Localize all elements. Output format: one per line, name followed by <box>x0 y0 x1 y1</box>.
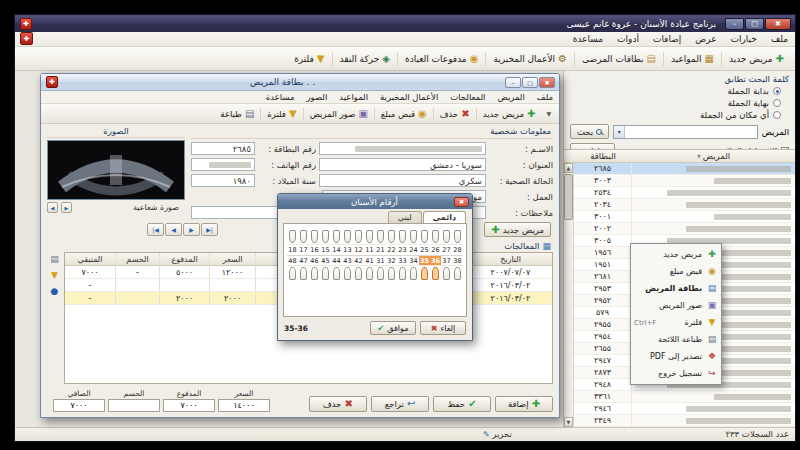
tooth-cell[interactable] <box>331 266 342 284</box>
radio-option[interactable]: أي مكان من الجملة <box>570 110 781 120</box>
address-field[interactable]: سوريا - دمشق <box>319 158 486 171</box>
column-header-paid[interactable]: المدفوع <box>159 253 209 265</box>
tooth-cell[interactable] <box>419 266 430 284</box>
tooth-cell[interactable] <box>342 226 353 244</box>
tooth-number[interactable]: 24 <box>408 245 419 255</box>
chevron-down-icon[interactable] <box>614 126 625 138</box>
tooth-cell[interactable] <box>419 226 430 244</box>
radio-icon[interactable] <box>773 99 781 107</box>
tooth-cell[interactable] <box>287 226 298 244</box>
patient-row[interactable]: ٣٠٠١ <box>574 211 795 223</box>
radio-icon[interactable] <box>773 87 781 95</box>
tooth-number[interactable]: 37 <box>441 256 452 265</box>
tooth-number[interactable]: 34 <box>408 256 419 265</box>
toolbar-button[interactable]: ▤ بطاقات المرضى <box>575 52 664 66</box>
column-header-date[interactable]: التاريخ <box>468 253 552 265</box>
context-menu-item[interactable]: ▼ فلترة Ctrl+F <box>631 314 721 331</box>
menu-item[interactable]: المريض <box>491 91 530 103</box>
patient-row[interactable]: ٢٠٠٢ <box>574 223 795 235</box>
tooth-cell[interactable] <box>408 226 419 244</box>
scroll-up-icon[interactable]: ▲ <box>564 163 573 173</box>
patient-search-combobox[interactable] <box>613 125 757 139</box>
tooth-number[interactable]: 36 <box>430 256 441 265</box>
tooth-number[interactable]: 44 <box>331 256 342 265</box>
person-icon[interactable]: ● <box>51 287 59 296</box>
toolbar-button[interactable]: ▣ صور المريض <box>304 108 375 120</box>
tooth-cell[interactable] <box>353 266 364 284</box>
menu-item[interactable]: إضافات <box>646 32 688 46</box>
tooth-number[interactable]: 38 <box>452 256 463 265</box>
dentition-tab[interactable]: دائمي <box>423 211 466 223</box>
action-button[interactable]: ✔ حفظ <box>433 396 491 412</box>
tooth-number[interactable]: 33 <box>397 256 408 265</box>
tooth-cell[interactable] <box>375 266 386 284</box>
birth-year-field[interactable]: ١٩٨٠ <box>191 174 255 187</box>
tooth-cell[interactable] <box>397 266 408 284</box>
record-nav-button[interactable]: ▶ <box>183 223 200 236</box>
record-nav-button[interactable]: ◀ <box>165 223 182 236</box>
tooth-cell[interactable] <box>309 226 320 244</box>
cancel-button[interactable]: إلغاء <box>420 321 466 335</box>
tooth-cell[interactable] <box>452 266 463 284</box>
column-header-card[interactable]: البطاقة <box>574 150 632 162</box>
tooth-number[interactable]: 13 <box>342 245 353 255</box>
toolbar-button[interactable]: ✚ مريض جديد <box>722 52 791 66</box>
column-header-price[interactable]: السعر <box>209 253 255 265</box>
tooth-cell[interactable] <box>397 226 408 244</box>
patient-row[interactable]: ٣٠٠٣ <box>574 175 795 187</box>
tooth-number[interactable]: 23 <box>397 245 408 255</box>
tooth-number[interactable]: 27 <box>441 245 452 255</box>
menu-item[interactable]: أدوات <box>610 32 646 46</box>
context-menu-item[interactable]: ▤ بطاقة المريض <box>631 280 721 297</box>
tooth-cell[interactable] <box>375 226 386 244</box>
tooth-cell[interactable] <box>386 266 397 284</box>
menu-item[interactable]: مساعدة <box>260 91 301 103</box>
toolbar-button[interactable]: ⚙ الأعمال المخبرية <box>486 52 575 66</box>
tooth-number[interactable]: 41 <box>364 256 375 265</box>
table-scrollbar[interactable]: ▲ ▼ <box>564 163 574 427</box>
tooth-number[interactable]: 15 <box>320 245 331 255</box>
patient-row[interactable]: ٢٩٤٦ <box>574 403 795 415</box>
tooth-number[interactable]: 17 <box>298 245 309 255</box>
scrollbar-thumb[interactable] <box>564 174 573 220</box>
column-header-discount[interactable]: الحسم <box>115 253 159 265</box>
tooth-number[interactable]: 14 <box>331 245 342 255</box>
menu-item[interactable]: الأعمال المخبرية <box>374 91 444 103</box>
toolbar-overflow-icon[interactable]: ▼ <box>541 110 556 117</box>
tooth-number[interactable]: 42 <box>353 256 364 265</box>
toolbar-button[interactable]: ▤ طباعة <box>214 108 261 120</box>
patient-row[interactable]: ٢٣٤٩ <box>574 415 795 427</box>
tooth-cell[interactable] <box>309 266 320 284</box>
tooth-cell[interactable] <box>287 266 298 284</box>
toolbar-button[interactable]: ◉ مدفوعات العيادة <box>398 52 486 66</box>
xray-image[interactable] <box>47 140 185 200</box>
clipboard-icon[interactable]: ▤ <box>50 255 59 264</box>
minimize-button[interactable]: – <box>505 77 521 88</box>
tooth-cell[interactable] <box>320 266 331 284</box>
menu-item[interactable]: عرض <box>688 32 723 46</box>
tooth-number[interactable]: 11 <box>364 245 375 255</box>
radio-option[interactable]: نهاية الجملة <box>570 98 781 108</box>
tooth-cell[interactable] <box>452 226 463 244</box>
tooth-number[interactable]: 32 <box>386 256 397 265</box>
tooth-number[interactable]: 35 <box>419 256 430 265</box>
scroll-down-icon[interactable]: ▼ <box>564 417 573 427</box>
action-button[interactable]: ✖ حذف <box>309 396 367 412</box>
context-menu-item[interactable]: ▣ صور المريض <box>631 297 721 314</box>
toolbar-button[interactable]: ▼ فلترة <box>261 108 303 120</box>
previous-image-icon[interactable]: ◀ <box>47 202 58 213</box>
action-button[interactable]: ✚ إضافة <box>495 396 553 412</box>
tooth-cell[interactable] <box>298 266 309 284</box>
search-button[interactable]: بحث <box>570 124 609 139</box>
column-header-patient[interactable]: المريض <box>632 150 795 162</box>
toolbar-button[interactable]: ▦ المواعيد <box>664 52 722 66</box>
context-menu-item[interactable]: ❖ تصدير إلى PDF <box>631 348 721 365</box>
record-nav-button[interactable]: |◀ <box>147 223 164 236</box>
tooth-cell[interactable] <box>353 226 364 244</box>
patient-row[interactable]: ٢٥٣٤ <box>574 187 795 199</box>
card-number-field[interactable]: ٢٦٨٥ <box>191 142 255 155</box>
tooth-cell[interactable] <box>408 266 419 284</box>
tooth-number[interactable]: 46 <box>309 256 320 265</box>
menu-item[interactable]: المعالجات <box>444 91 491 103</box>
tooth-number[interactable]: 31 <box>375 256 386 265</box>
